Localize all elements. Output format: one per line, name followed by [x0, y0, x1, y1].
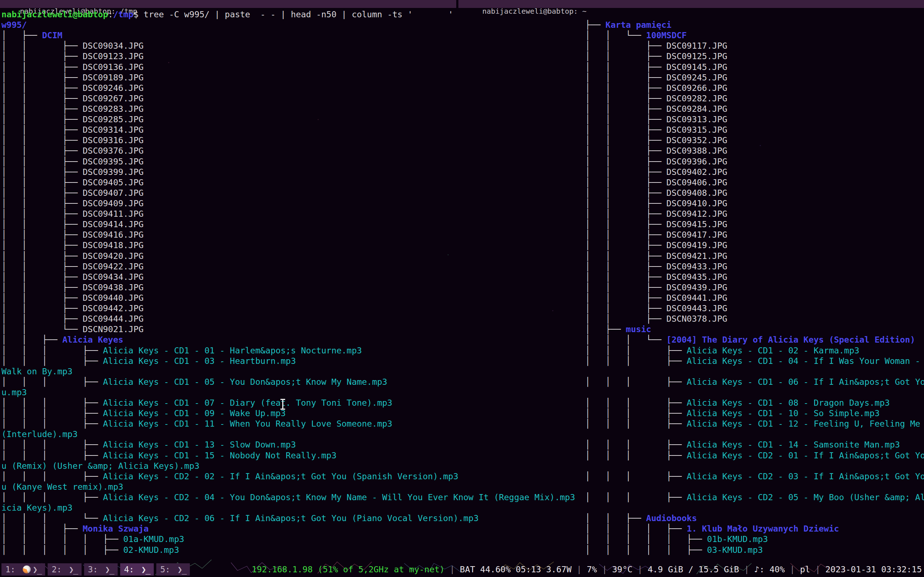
audio-file-name: Alicia Keys - CD1 - 03 - Heartburn.mp3: [103, 356, 296, 366]
file-name: DSC09034.JPG: [82, 41, 144, 51]
terminal-row: Walk on By.mp3: [2, 366, 922, 377]
audio-file-name: Alicia Keys - CD1 - 13 - Slow Down.mp3: [103, 440, 296, 450]
tree-branch: │ │ ├──: [2, 93, 82, 103]
file-name: DSC09266.JPG: [666, 83, 727, 93]
file-name: DSC09422.JPG: [82, 261, 144, 272]
tree-branch: │ │ │ ├──: [585, 492, 687, 502]
prompt-user: nabijaczleweli@babtop: [2, 10, 108, 19]
directory-name: Audiobooks: [646, 513, 697, 523]
audio-file-name: Alicia Keys - CD1 - 07 - Diary (feat. To…: [103, 398, 393, 408]
tree-branch: [144, 156, 585, 167]
terminal-output[interactable]: nabijaczleweli@babtop:/tmp$ tree -C w995…: [2, 10, 922, 555]
tree-branch: :: [108, 10, 113, 19]
file-name: DSC09284.JPG: [666, 104, 727, 114]
tree-branch: │ │ ├──: [2, 251, 82, 261]
titlebar-right-pane[interactable]: nabijaczleweli@babtop: ~: [459, 0, 924, 8]
tree-branch: │ │ ├──: [585, 513, 646, 523]
tree-branch: [144, 240, 585, 250]
terminal-row: icia Keys).mp3: [2, 503, 922, 513]
tmux-window-1[interactable]: 1: ❯_: [2, 563, 45, 575]
tree-branch: │ │ ├──: [585, 62, 666, 72]
tree-branch: │ │ │ └──: [585, 335, 666, 345]
tree-branch: │ │ ├──: [585, 114, 666, 124]
directory-name: music: [626, 324, 651, 334]
terminal-row: │ │ └── DSCN9021.JPG │ ├── music: [2, 324, 922, 335]
prompt-cwd: /tmp: [113, 10, 133, 19]
tree-branch: │ │ │ ├──: [585, 440, 687, 450]
tree-branch: │ │ ├──: [585, 198, 666, 208]
terminal-row: │ │ ├── DSC09434.JPG │ │ ├── DSC09435.JP…: [2, 272, 922, 282]
status-separator: |: [785, 564, 800, 574]
tree-branch: │ │ ├──: [2, 51, 82, 61]
file-name: DSC09412.JPG: [666, 209, 727, 219]
tree-branch: │ │ ├──: [585, 83, 666, 93]
terminal-row: │ │ ├── DSC09411.JPG │ │ ├── DSC09412.JP…: [2, 209, 922, 219]
tmux-window-3[interactable]: 3: ❯_: [84, 563, 118, 575]
tmux-window-2[interactable]: 2: ❯_: [48, 563, 81, 575]
tree-branch: [144, 261, 585, 272]
directory-name: DCIM: [42, 30, 63, 40]
tree-branch: │ │ │ │ │ ├──: [2, 534, 123, 544]
tree-branch: tree -C w995/ | paste - - | head -n50 | …: [144, 10, 453, 19]
tree-branch: │ │ └──: [585, 30, 646, 40]
tree-branch: [144, 314, 585, 324]
terminal-row: │ │ │ ├── Alicia Keys - CD1 - 11 - When …: [2, 419, 922, 429]
shell-prompt-icon: ❯_: [178, 565, 186, 574]
terminal-row: │ │ ├── DSC09123.JPG │ │ ├── DSC09125.JP…: [2, 51, 922, 62]
tree-branch: │ │ ├──: [585, 303, 666, 313]
tree-branch: [144, 83, 585, 93]
directory-name: Alicia Keyes: [63, 335, 123, 345]
terminal-row: │ │ ├── DSC09405.JPG │ │ ├── DSC09406.JP…: [2, 177, 922, 188]
tmux-window-list: 1: ❯_2: ❯_3: ❯_4: ❯_5: ❯_: [2, 563, 190, 575]
terminal-row: │ │ │ ├── Monika Szwaja │ │ │ │ ├── 1. K…: [2, 524, 922, 534]
terminal-row: │ │ │ ├── Alicia Keys - CD1 - 15 - Nobod…: [2, 450, 922, 461]
tree-branch: [144, 51, 585, 61]
tree-branch: │ │ ├──: [585, 240, 666, 250]
tree-branch: │ │ │ │ ├──: [585, 524, 687, 534]
tree-branch: │ │ │ ├──: [2, 419, 103, 429]
file-name: DSC09282.JPG: [666, 93, 727, 103]
status-segment: BAT 44.60% 05:13 3.67W: [460, 564, 571, 574]
tree-branch: │ │ ├──: [585, 125, 666, 135]
tree-branch: │ │ ├──: [585, 188, 666, 198]
network-status: 192.168.1.98 (51% of 5,2GHz at my-net): [252, 564, 444, 574]
file-name: DSC09419.JPG: [666, 240, 727, 250]
terminal-row: │ │ │ ├── Alicia Keys - CD1 - 03 - Heart…: [2, 356, 922, 366]
tree-branch: [184, 534, 585, 544]
status-segment: 39°C: [612, 564, 632, 574]
file-name: DSC09313.JPG: [666, 114, 727, 124]
tree-branch: │ │ ├──: [2, 303, 82, 313]
tree-branch: [144, 125, 585, 135]
terminal-row: │ │ │ ├── Alicia Keys - CD2 - 02 - If I …: [2, 471, 922, 482]
terminal-row: │ │ ├── DSC09285.JPG │ │ ├── DSC09313.JP…: [2, 114, 922, 125]
tree-branch: │ │ ├──: [2, 135, 82, 145]
audio-file-name: Alicia Keys - CD1 - 09 - Wake Up.mp3: [103, 408, 286, 418]
titlebar-left-pane[interactable]: nabijaczleweli@babtop: /tmp: [0, 0, 456, 8]
status-segment: pl: [800, 564, 810, 574]
tmux-window-5[interactable]: 5: ❯_: [156, 563, 190, 575]
tree-branch: │ ├──: [2, 30, 42, 40]
tmux-window-4[interactable]: 4: ❯_: [120, 563, 154, 575]
tree-branch: [296, 440, 585, 450]
terminal-row: │ │ │ ├── Alicia Keys - CD2 - 04 - You D…: [2, 492, 922, 503]
tree-branch: │ │ │ ├──: [2, 345, 103, 356]
tree-branch: [144, 272, 585, 282]
status-segment: 4.9 GiB / 15.5 GiB: [648, 564, 739, 574]
audio-file-name: Alicia Keys - CD2 - 04 - You Don&apos;t …: [103, 492, 575, 502]
audio-file-name: Alicia Keys - CD2 - 06 - If I Ain&apos;t…: [103, 513, 478, 523]
tree-branch: │ │ ├──: [585, 104, 666, 114]
window-index: 3:: [88, 565, 103, 574]
terminal-row: u (Remix) (Usher &amp; Alicia Keys).mp3: [2, 461, 922, 471]
tree-branch: │ │ │ └──: [2, 513, 103, 523]
tree-branch: [123, 335, 585, 345]
tree-branch: │ │ ├──: [2, 73, 82, 82]
tree-branch: │ │ ├──: [585, 282, 666, 292]
tree-branch: │ │ ├──: [2, 335, 63, 345]
tree-branch: [144, 135, 585, 145]
terminal-row: │ │ │ ├── Alicia Keys - CD1 - 07 - Diary…: [2, 398, 922, 408]
tree-branch: [393, 419, 585, 429]
tree-branch: │ │ │ ├──: [585, 471, 687, 482]
audio-file-name: Alicia Keys - CD1 - 08 - Dragon Days.mp3: [687, 398, 890, 408]
file-name: DSC09395.JPG: [82, 156, 144, 167]
mouse-ibeam-pointer: [280, 399, 286, 410]
